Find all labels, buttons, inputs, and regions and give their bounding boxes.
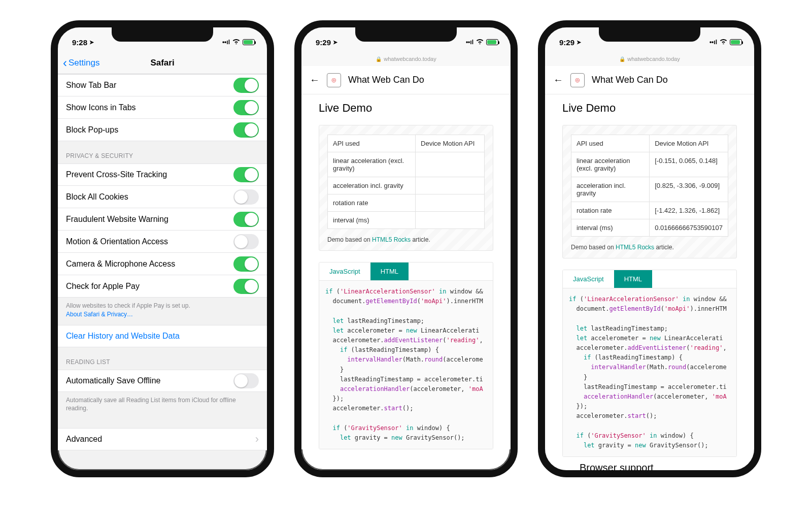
- toggle[interactable]: [233, 234, 259, 249]
- notch: [112, 27, 213, 42]
- setting-row[interactable]: Fraudulent Website Warning: [58, 208, 267, 231]
- toggle[interactable]: [233, 212, 259, 227]
- setting-row[interactable]: Block Pop-ups: [58, 119, 267, 141]
- demo-card: API usedDevice Motion API linear acceler…: [562, 125, 737, 258]
- setting-label: Block All Cookies: [66, 192, 128, 202]
- signal-icon: ••ıl: [222, 39, 230, 46]
- code-block[interactable]: if ('LinearAccelerationSensor' in window…: [563, 288, 736, 456]
- url-bar[interactable]: 🔒 whatwebcando.today: [301, 52, 511, 66]
- app-title: What Web Can Do: [348, 75, 424, 85]
- live-demo-heading: Live Demo: [562, 102, 737, 115]
- status-time: 9:29: [559, 38, 574, 47]
- demo-footer: Demo based on HTML5 Rocks article.: [571, 244, 728, 251]
- setting-row[interactable]: Show Tab Bar: [58, 74, 267, 96]
- html5rocks-link[interactable]: HTML5 Rocks: [616, 244, 654, 251]
- live-demo-heading: Live Demo: [319, 102, 493, 115]
- table-row: rotation rate: [328, 194, 485, 212]
- location-icon: ➤: [89, 39, 94, 46]
- section-header-privacy: PRIVACY & SECURITY: [58, 141, 267, 163]
- section-header-reading: READING LIST: [58, 347, 267, 370]
- toggle[interactable]: [233, 189, 259, 205]
- table-row: interval (ms): [328, 212, 485, 229]
- status-time: 9:28: [72, 38, 87, 47]
- toggle[interactable]: [233, 100, 259, 115]
- wifi-icon: [476, 39, 484, 46]
- setting-row[interactable]: Show Icons in Tabs: [58, 96, 267, 119]
- setting-row[interactable]: Prevent Cross-Site Tracking: [58, 163, 267, 186]
- battery-icon: [243, 39, 255, 45]
- page-title: Safari: [58, 58, 267, 68]
- status-time: 9:29: [316, 38, 331, 47]
- lock-icon: 🔒: [619, 56, 625, 62]
- location-icon: ➤: [333, 39, 337, 46]
- wifi-icon: [720, 39, 727, 46]
- table-row: rotation rate[-1.422, 1.326, -1.862]: [571, 202, 728, 219]
- reading-footer: Automatically save all Reading List item…: [58, 392, 267, 419]
- app-bar: ← ◎ What Web Can Do: [545, 66, 754, 94]
- app-bar: ← ◎ What Web Can Do: [301, 66, 511, 94]
- code-card: JavaScript HTML if ('LinearAccelerationS…: [319, 262, 493, 449]
- wwcd-logo-icon: ◎: [570, 73, 585, 87]
- wifi-icon: [232, 39, 240, 46]
- back-arrow-icon[interactable]: ←: [310, 74, 320, 86]
- demo-card: API usedDevice Motion API linear acceler…: [319, 125, 493, 251]
- table-row: API usedDevice Motion API: [328, 135, 485, 152]
- phone-safari-settings: 9:28 ➤ ••ıl ‹ Settings Safari Show Tab B…: [51, 20, 274, 477]
- sensor-table: API usedDevice Motion API linear acceler…: [327, 135, 485, 229]
- setting-label: Block Pop-ups: [66, 125, 118, 135]
- setting-row[interactable]: Check for Apple Pay: [58, 275, 267, 298]
- url-text: whatwebcando.today: [384, 56, 436, 62]
- setting-label: Camera & Microphone Access: [66, 259, 175, 269]
- battery-icon: [486, 39, 498, 45]
- tab-html[interactable]: HTML: [370, 263, 409, 280]
- signal-icon: ••ıl: [709, 39, 717, 46]
- advanced-row[interactable]: Advanced: [58, 428, 267, 450]
- about-safari-privacy-link[interactable]: About Safari & Privacy…: [66, 311, 133, 318]
- setting-label: Show Tab Bar: [66, 81, 116, 90]
- setting-row-auto-save-offline[interactable]: Automatically Save Offline: [58, 370, 267, 392]
- toggle[interactable]: [233, 122, 259, 138]
- phone-wwcd-nodata: 9:29 ➤ ••ıl 🔒 whatwebcando.today ← ◎ Wha…: [294, 20, 518, 477]
- battery-icon: [730, 39, 742, 45]
- location-icon: ➤: [577, 39, 581, 46]
- notch: [599, 27, 700, 42]
- wwcd-logo-icon: ◎: [327, 73, 341, 87]
- url-text: whatwebcando.today: [627, 56, 680, 62]
- tab-javascript[interactable]: JavaScript: [563, 270, 614, 288]
- lock-icon: 🔒: [376, 56, 382, 62]
- phone-wwcd-withdata: 9:29 ➤ ••ıl 🔒 whatwebcando.today ← ◎ Wha…: [538, 20, 761, 477]
- toggle[interactable]: [233, 279, 259, 294]
- code-card: JavaScript HTML if ('LinearAccelerationS…: [562, 270, 737, 457]
- table-row: linear acceleration (excl. gravity): [328, 152, 485, 177]
- code-block[interactable]: if ('LinearAccelerationSensor' in window…: [319, 281, 493, 449]
- setting-label: Motion & Orientation Access: [66, 237, 168, 246]
- nav-bar: ‹ Settings Safari: [58, 52, 267, 74]
- html5rocks-link[interactable]: HTML5 Rocks: [372, 236, 411, 243]
- demo-footer: Demo based on HTML5 Rocks article.: [327, 236, 485, 243]
- table-row: linear acceleration (excl. gravity)[-0.1…: [571, 152, 728, 177]
- back-arrow-icon[interactable]: ←: [553, 74, 563, 86]
- table-row: API usedDevice Motion API: [571, 135, 728, 152]
- app-title: What Web Can Do: [592, 75, 668, 85]
- privacy-footer: Allow websites to check if Apple Pay is …: [58, 298, 267, 325]
- table-row: interval (ms)0.01666666753590107: [571, 219, 728, 237]
- table-row: acceleration incl. gravity[0.825, -3.306…: [571, 177, 728, 202]
- notch: [355, 27, 457, 42]
- setting-row[interactable]: Camera & Microphone Access: [58, 253, 267, 275]
- toggle[interactable]: [233, 78, 259, 93]
- setting-label: Check for Apple Pay: [66, 282, 140, 291]
- tab-html[interactable]: HTML: [614, 270, 652, 288]
- toggle[interactable]: [233, 256, 259, 272]
- setting-row[interactable]: Motion & Orientation Access: [58, 231, 267, 253]
- toggle[interactable]: [233, 167, 259, 182]
- url-bar[interactable]: 🔒 whatwebcando.today: [545, 52, 754, 66]
- setting-label: Prevent Cross-Site Tracking: [66, 170, 167, 179]
- setting-row[interactable]: Block All Cookies: [58, 186, 267, 208]
- tab-javascript[interactable]: JavaScript: [319, 263, 370, 280]
- toggle[interactable]: [233, 373, 259, 388]
- setting-label: Fraudulent Website Warning: [66, 215, 168, 224]
- setting-label: Show Icons in Tabs: [66, 103, 136, 112]
- browser-support-heading: Browser support: [562, 462, 737, 470]
- sensor-table: API usedDevice Motion API linear acceler…: [571, 135, 728, 237]
- clear-history-button[interactable]: Clear History and Website Data: [58, 325, 267, 347]
